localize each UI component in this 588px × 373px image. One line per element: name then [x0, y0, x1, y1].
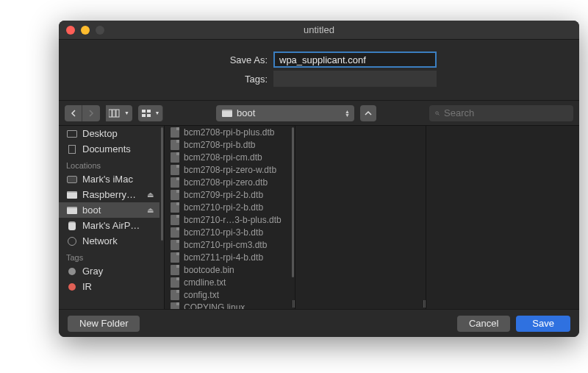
- file-item[interactable]: bcm2710-rpi-cm3.dtb: [165, 238, 290, 251]
- file-icon: [171, 265, 179, 275]
- sidebar: DesktopDocuments Locations Mark's iMacRa…: [59, 126, 165, 309]
- svg-rect-1: [112, 110, 115, 117]
- group-button[interactable]: ▼: [138, 105, 163, 121]
- save-form: Save As: Tags:: [59, 40, 579, 101]
- sidebar-tag-item[interactable]: IR: [59, 279, 159, 294]
- svg-rect-2: [116, 110, 119, 117]
- sidebar-item[interactable]: Raspberry…⏏: [59, 187, 159, 202]
- sidebar-tag-item[interactable]: Gray: [59, 263, 159, 279]
- file-item[interactable]: bcm2708-rpi-b.dtb: [165, 138, 290, 151]
- file-item[interactable]: bcm2708-rpi-zero.dtb: [165, 176, 290, 188]
- tags-label: Tags:: [201, 74, 268, 85]
- save-as-input[interactable]: [273, 51, 437, 68]
- airport-icon: [66, 221, 78, 230]
- column-scrollbar[interactable]: [292, 127, 294, 277]
- search-field[interactable]: [429, 105, 573, 121]
- svg-line-8: [438, 114, 440, 116]
- sidebar-item-label: Documents: [82, 143, 131, 154]
- file-name: bcm2709-rpi-2-b.dtb: [184, 190, 263, 200]
- drive-icon: [66, 206, 78, 215]
- file-icon: [171, 227, 179, 238]
- file-item[interactable]: bootcode.bin: [165, 263, 290, 276]
- sidebar-item[interactable]: Mark's iMac: [59, 171, 159, 187]
- file-item[interactable]: config.txt: [165, 288, 290, 301]
- column-resize-handle[interactable]: ‖: [423, 299, 426, 308]
- sidebar-item-label: Mark's AirP…: [82, 220, 140, 231]
- file-name: cmdline.txt: [184, 277, 226, 288]
- sidebar-item-label: Mark's iMac: [82, 174, 133, 185]
- svg-rect-4: [142, 114, 146, 117]
- sidebar-item[interactable]: boot⏏: [59, 202, 159, 218]
- cancel-button[interactable]: Cancel: [457, 316, 510, 332]
- save-dialog: untitled Save As: Tags:: [59, 21, 579, 337]
- sidebar-item[interactable]: Documents: [59, 141, 159, 157]
- new-folder-button[interactable]: New Folder: [68, 316, 140, 332]
- file-item[interactable]: bcm2708-rpi-zero-w.dtb: [165, 163, 290, 176]
- file-item[interactable]: COPYING.linux: [165, 301, 290, 309]
- save-button[interactable]: Save: [516, 316, 570, 332]
- sidebar-item-label: Network: [82, 235, 118, 246]
- forward-button[interactable]: [82, 105, 100, 121]
- group-icon: [141, 109, 153, 118]
- path-dropdown[interactable]: boot ▲▼: [216, 105, 354, 121]
- close-window-button[interactable]: [66, 26, 75, 35]
- file-column-1: bcm2708-rpi-b-plus.dtbbcm2708-rpi-b.dtbb…: [165, 126, 295, 309]
- desktop-icon: [66, 129, 78, 138]
- file-icon: [171, 127, 179, 138]
- eject-icon[interactable]: ⏏: [147, 206, 154, 214]
- sidebar-item-label: Gray: [82, 266, 103, 277]
- network-icon: [66, 237, 78, 246]
- file-name: bootcode.bin: [184, 265, 234, 275]
- file-item[interactable]: bcm2708-rpi-b-plus.dtb: [165, 126, 290, 138]
- window-controls: [66, 26, 104, 35]
- file-item[interactable]: bcm2711-rpi-4-b.dtb: [165, 251, 290, 263]
- minimize-window-button[interactable]: [81, 26, 90, 35]
- sidebar-item-label: Raspberry…: [82, 189, 136, 200]
- file-item[interactable]: bcm2709-rpi-2-b.dtb: [165, 188, 290, 201]
- file-item[interactable]: bcm2710-rpi-3-b.dtb: [165, 226, 290, 238]
- file-icon: [171, 202, 179, 213]
- tag-dot-icon: [66, 283, 78, 291]
- sidebar-scrollbar[interactable]: [161, 127, 163, 241]
- file-item[interactable]: cmdline.txt: [165, 276, 290, 288]
- file-name: COPYING.linux: [184, 302, 245, 310]
- drive-icon: [222, 110, 232, 117]
- sidebar-item[interactable]: Desktop: [59, 126, 159, 141]
- search-input[interactable]: [444, 107, 567, 118]
- file-item[interactable]: bcm2710-rpi-2-b.dtb: [165, 201, 290, 213]
- sidebar-heading-tags: Tags: [59, 249, 159, 263]
- chevron-updown-icon: ▲▼: [345, 110, 350, 117]
- window-title: untitled: [59, 24, 579, 35]
- eject-icon[interactable]: ⏏: [147, 191, 154, 199]
- drive-icon: [66, 191, 78, 199]
- file-name: bcm2708-rpi-cm.dtb: [184, 152, 262, 163]
- svg-point-7: [436, 111, 439, 114]
- file-icon: [171, 277, 179, 288]
- file-icon: [171, 240, 179, 250]
- parent-folder-button[interactable]: [360, 105, 376, 121]
- file-icon: [171, 190, 179, 200]
- sidebar-item-label: boot: [82, 205, 101, 216]
- file-item[interactable]: bcm2710-r…3-b-plus.dtb: [165, 213, 290, 226]
- zoom-window-button: [96, 26, 104, 35]
- footer: New Folder Cancel Save: [59, 309, 579, 337]
- path-label: boot: [237, 107, 255, 118]
- sidebar-item-label: Desktop: [82, 128, 118, 139]
- sidebar-item[interactable]: Mark's AirP…: [59, 218, 159, 233]
- back-button[interactable]: [65, 105, 82, 121]
- file-browser: DesktopDocuments Locations Mark's iMacRa…: [59, 126, 579, 309]
- sidebar-item[interactable]: Network: [59, 233, 159, 249]
- nav-buttons: [65, 105, 100, 121]
- file-icon: [171, 152, 179, 163]
- svg-rect-6: [147, 114, 151, 117]
- file-item[interactable]: bcm2708-rpi-cm.dtb: [165, 151, 290, 163]
- chevron-left-icon: [71, 110, 76, 117]
- tags-input[interactable]: [273, 71, 437, 87]
- svg-rect-3: [142, 110, 146, 113]
- chevron-up-icon: [365, 110, 372, 116]
- file-icon: [171, 165, 179, 175]
- file-name: bcm2711-rpi-4-b.dtb: [184, 252, 263, 263]
- view-mode-button[interactable]: ▼: [106, 105, 132, 121]
- toolbar: ▼ ▼ boot ▲▼: [59, 101, 579, 126]
- save-as-label: Save As:: [201, 54, 268, 65]
